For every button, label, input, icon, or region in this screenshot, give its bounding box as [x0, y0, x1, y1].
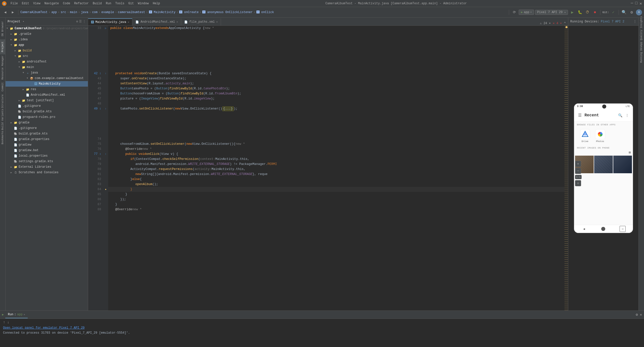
menu-build[interactable]: Build — [91, 1, 103, 6]
errors-badge[interactable]: ✕ 4 ▾ — [553, 21, 562, 25]
tree-package[interactable]: ▼ 📦 com.example.cameraalbumtest — [6, 76, 88, 81]
tree-build-gradle-root[interactable]: ▶ 🐘 build.gradle.kts — [6, 131, 88, 136]
sidebar-tab-commit[interactable]: Commit — [0, 81, 6, 93]
tab-filepaths-close[interactable]: ✕ — [216, 20, 218, 23]
menu-git[interactable]: Git — [127, 1, 135, 6]
avatar-btn[interactable]: A — [636, 9, 642, 15]
menu-run[interactable]: Run — [104, 1, 113, 6]
tree-test[interactable]: ▶ 📁 test [unitTest] — [6, 98, 88, 103]
collapse-icon[interactable]: ⌃ — [564, 21, 566, 25]
tree-mainactivity[interactable]: ▶ 🅼 MainActivity — [6, 81, 88, 87]
scroll-down-btn[interactable]: ↓ — [7, 320, 9, 324]
project-gear-icon[interactable]: ⚙ — [76, 20, 78, 23]
gutter-line-77[interactable]: ↕ — [103, 152, 108, 157]
sidebar-tab-app-quality[interactable]: App Quality Insights — [639, 19, 644, 44]
tree-main[interactable]: ▼ 📁 main — [6, 64, 88, 70]
tree-scratches[interactable]: ▶ 🗒 Scratches and Consoles — [6, 170, 88, 175]
forward-btn[interactable]: ▶ — [10, 9, 16, 16]
project-settings-icon[interactable]: ⋮ — [83, 20, 86, 23]
menu-view[interactable]: View — [32, 1, 42, 6]
menu-edit[interactable]: Edit — [20, 1, 31, 6]
tab-mainactivity[interactable]: 🅼 MainActivity.java ✕ — [88, 18, 132, 25]
tree-proguard[interactable]: ▶ 📄 proguard-rules.pro — [6, 114, 88, 120]
minimize-btn[interactable]: ─ — [631, 1, 633, 6]
scroll-up-btn[interactable]: ↑ — [3, 320, 5, 324]
tab-manifest-close[interactable]: ✕ — [176, 20, 178, 23]
settings-btn[interactable]: ⚙ — [628, 9, 635, 16]
tree-manifest[interactable]: ▶ 📄 AndroidManifest.xml — [6, 92, 88, 98]
zoom-ratio-label[interactable]: 1:1 — [575, 175, 582, 179]
tree-androidtest[interactable]: ▶ 📁 androidTest — [6, 59, 88, 64]
sidebar-tab-db-browser[interactable]: DB Browser — [0, 19, 6, 39]
tree-gradlew[interactable]: ▶ 📄 gradlew — [6, 142, 88, 148]
git-checkmark[interactable]: ✓ — [610, 9, 617, 16]
bc-class[interactable]: 🅼 MainActivity — [149, 10, 176, 14]
tree-build-gradle-kts[interactable]: ▶ 🐘 build.gradle.kts — [6, 109, 88, 114]
tree-root[interactable]: ▼ 📁 CameraAlbumTest D:/project/android-p… — [6, 26, 88, 31]
zoom-fit-btn[interactable]: ⊡ — [575, 180, 581, 186]
code-content[interactable]: public class MainActivity extends AppCom… — [108, 26, 564, 310]
sync-btn[interactable]: ⟳ — [511, 9, 518, 16]
gutter-line-49[interactable]: ↕ — [103, 106, 108, 111]
bc-example[interactable]: example — [101, 11, 114, 14]
menu-file[interactable]: File — [9, 1, 19, 6]
profile-btn[interactable]: ⏱ — [584, 9, 591, 16]
tree-gradle-props[interactable]: ▶ 📄 gradle.properties — [6, 136, 88, 142]
tree-gitignore-root[interactable]: ▶ 📄 .gitignore — [6, 125, 88, 131]
bc-anon[interactable]: 🅼 anonymous OnClickListener — [202, 10, 252, 14]
git-icon[interactable]: Git: — [602, 9, 609, 16]
tree-build[interactable]: ▶ 📁 build — [6, 48, 88, 53]
bc-main[interactable]: main — [70, 11, 77, 14]
bottom-tab-run[interactable]: Run : app ✕ — [5, 311, 27, 318]
logcat-link[interactable]: Open logcat panel for emulator Pixel 7 A… — [3, 326, 85, 330]
tab-filepaths[interactable]: 📄 file_paths.xml ✕ — [181, 18, 221, 25]
tree-gradle-dot[interactable]: ▶ 📁 .gradle — [6, 31, 88, 37]
zoom-out-btn[interactable]: − — [575, 168, 581, 174]
bc-project[interactable]: CameraAlbumTest — [20, 11, 48, 14]
device-config[interactable]: Pixel 7 API 29 ▾ — [535, 10, 568, 15]
sidebar-tab-structure[interactable]: Structure — [0, 94, 6, 109]
sidebar-tab-running-dev[interactable]: Running Dev — [639, 44, 644, 64]
debug-btn[interactable]: 🐛 — [577, 9, 583, 16]
tree-java[interactable]: ▼ ☕ java — [6, 70, 88, 76]
sidebar-tab-project[interactable]: Project — [0, 39, 6, 54]
tree-app[interactable]: ▼ 📁 app — [6, 42, 88, 48]
sidebar-tab-resource[interactable]: Resource Manager — [0, 55, 6, 80]
back-btn[interactable]: ◀ — [2, 9, 9, 16]
tab-mainactivity-close[interactable]: ✕ — [128, 21, 129, 24]
device-panel-more[interactable]: ⋮ — [633, 20, 636, 23]
tree-src[interactable]: ▼ 📁 src — [6, 53, 88, 59]
zoom-in-btn[interactable]: + — [575, 161, 581, 167]
bc-package[interactable]: cameraalbumtest — [118, 11, 145, 14]
bc-com[interactable]: com — [92, 11, 98, 14]
close-bottom-icon[interactable]: ✕ — [640, 313, 642, 317]
tree-local-props[interactable]: ▶ 📄 local.properties — [6, 153, 88, 159]
tree-gradle[interactable]: ▶ 📁 gradle — [6, 120, 88, 125]
gutter-line-84[interactable]: ● — [103, 187, 108, 192]
menu-help[interactable]: Help — [151, 1, 162, 6]
close-btn[interactable]: ✕ — [639, 1, 642, 6]
bc-java[interactable]: java — [81, 11, 88, 14]
tree-settings-gradle[interactable]: ▶ 🐘 settings.gradle.kts — [6, 159, 88, 164]
gutter-line-33[interactable]: ▷ — [103, 26, 108, 31]
maximize-btn[interactable]: □ — [635, 1, 638, 6]
bc-src[interactable]: src — [61, 11, 66, 14]
search-everywhere-btn[interactable]: 🔍 — [621, 9, 627, 16]
tree-res[interactable]: ▶ 📁 res — [6, 87, 88, 92]
menu-window[interactable]: Window — [136, 1, 150, 6]
tree-idea[interactable]: ▶ 📁 .idea — [6, 37, 88, 42]
bc-onclick[interactable]: 🅼 onClick — [256, 10, 274, 14]
menu-code[interactable]: Code — [61, 1, 72, 6]
stop-btn[interactable]: ■ — [592, 9, 598, 16]
tab-manifest[interactable]: 📄 AndroidManifest.xml ✕ — [132, 18, 181, 25]
warnings-badge[interactable]: ⚠ 24 ▾ — [540, 21, 551, 25]
tree-gradlew-bat[interactable]: ▶ 📄 gradlew.bat — [6, 148, 88, 153]
gutter-line-42[interactable]: ↕ — [103, 71, 108, 76]
menu-refactor[interactable]: Refactor — [73, 1, 90, 6]
bc-app[interactable]: app — [51, 11, 57, 14]
run-config[interactable]: ▶ app ▾ — [519, 10, 534, 15]
run-tab-close[interactable]: ✕ — [24, 313, 25, 316]
menu-tools[interactable]: Tools — [114, 1, 126, 6]
tree-external-libs[interactable]: ▶ 📁 External Libraries — [6, 164, 88, 170]
tree-gitignore-app[interactable]: ▶ 📄 .gitignore — [6, 103, 88, 109]
